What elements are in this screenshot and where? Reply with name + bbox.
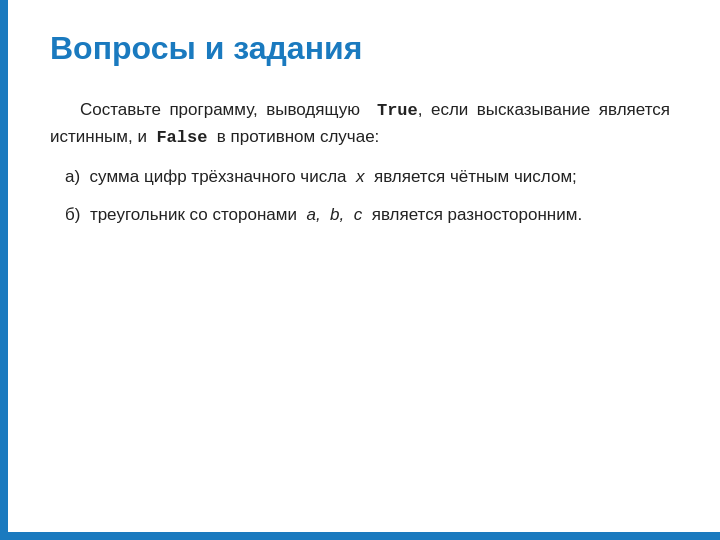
task-b-label: б) — [65, 205, 80, 224]
task-a-paragraph: а) сумма цифр трёхзначного числа x являе… — [50, 164, 670, 190]
task-a-var: x — [356, 167, 365, 186]
task-a-indent — [50, 164, 65, 190]
intro3-text: в противном случае: — [217, 127, 379, 146]
task-b-indent — [50, 202, 65, 228]
task-b-var1: a, — [306, 205, 320, 224]
page-title: Вопросы и задания — [50, 30, 670, 67]
task-a-label: а) — [65, 167, 80, 186]
true-keyword: True — [377, 101, 418, 120]
task-a-text: сумма цифр трёхзначного числа — [90, 167, 347, 186]
task-b-paragraph: б) треугольник со сторонами a, b, c явля… — [50, 202, 670, 228]
content-area: Составьте программу, выводящую True, есл… — [50, 97, 670, 228]
indent-space — [50, 97, 80, 123]
intro-text: Составьте программу, выводящую — [80, 100, 360, 119]
intro-paragraph: Составьте программу, выводящую True, есл… — [50, 97, 670, 152]
bottom-bar-decoration — [0, 532, 720, 540]
task-b-var3: c — [354, 205, 363, 224]
task-b-text: треугольник со сторонами — [90, 205, 297, 224]
false-keyword: False — [156, 128, 207, 147]
page: Вопросы и задания Составьте программу, в… — [0, 0, 720, 540]
left-bar-decoration — [0, 0, 8, 540]
task-b-var2: b, — [330, 205, 344, 224]
task-a-rest: является чётным числом; — [374, 167, 577, 186]
task-b-rest: является разносторонним. — [372, 205, 582, 224]
